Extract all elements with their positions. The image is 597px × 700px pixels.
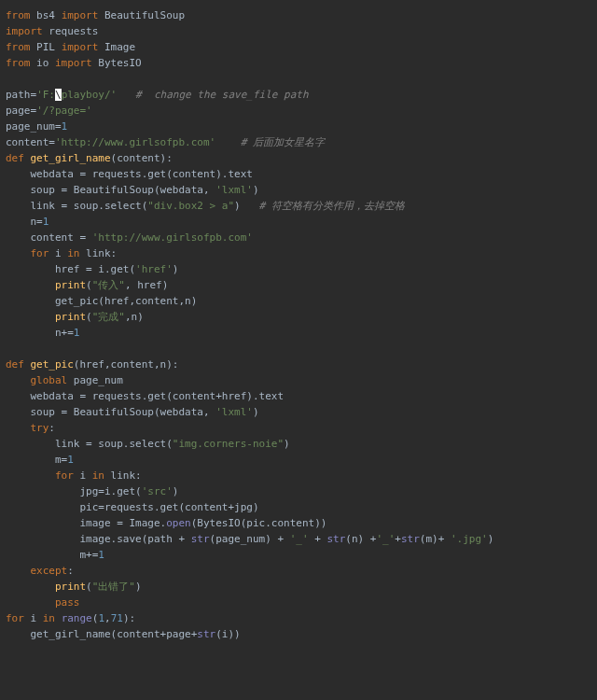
- line-34: image.save(path + str(page_num) + '_' + …: [6, 533, 493, 545]
- line-21: n+=1: [6, 327, 79, 339]
- line-32: pic=requests.get(content+jpg): [6, 501, 259, 513]
- line-10: def get_girl_name(content):: [6, 152, 173, 164]
- line-24: global page_num: [6, 374, 123, 386]
- line-7: page='/?page=': [6, 105, 92, 117]
- line-29: m=1: [6, 454, 74, 466]
- line-3: from PIL import Image: [6, 41, 135, 53]
- line-39: for i in range(1,71):: [6, 612, 135, 624]
- line-27: try:: [6, 422, 55, 434]
- line-28: link = soup.select("img.corners-noie"): [6, 438, 290, 450]
- code-editor[interactable]: from bs4 import BeautifulSoup import req…: [0, 0, 597, 650]
- line-40: get_girl_name(content+page+str(i)): [6, 628, 241, 640]
- line-17: href = i.get('href'): [6, 263, 178, 275]
- line-25: webdata = requests.get(content+href).tex…: [6, 390, 284, 402]
- line-14: n=1: [6, 216, 49, 228]
- line-37: print("出错了"): [6, 581, 142, 593]
- line-23: def get_pic(href,content,n):: [6, 358, 178, 371]
- line-31: jpg=i.get('src'): [6, 485, 178, 497]
- line-36: except:: [6, 565, 74, 577]
- line-20: print("完成",n): [6, 311, 144, 323]
- line-6: path='F:\playboy/' # change the save_fil…: [6, 89, 309, 101]
- line-8: page_num=1: [6, 120, 67, 133]
- line-30: for i in link:: [6, 469, 142, 482]
- cursor-caret: \: [55, 89, 62, 101]
- line-15: content = 'http://www.girlsofpb.com': [6, 231, 253, 244]
- line-13: link = soup.select("div.box2 > a") # 符空格…: [6, 200, 405, 212]
- line-4: from io import BytesIO: [6, 57, 142, 69]
- line-11: webdata = requests.get(content).text: [6, 168, 253, 180]
- line-19: get_pic(href,content,n): [6, 295, 197, 307]
- line-12: soup = BeautifulSoup(webdata, 'lxml'): [6, 184, 259, 196]
- line-38: pass: [6, 596, 79, 609]
- line-1: from bs4 import BeautifulSoup: [6, 9, 185, 21]
- line-33: image = Image.open(BytesIO(pic.content)): [6, 517, 326, 529]
- line-16: for i in link:: [6, 247, 117, 259]
- line-26: soup = BeautifulSoup(webdata, 'lxml'): [6, 406, 259, 418]
- line-35: m+=1: [6, 549, 104, 561]
- line-18: print("传入", href): [6, 279, 168, 291]
- line-9: content='http://www.girlsofpb.com' # 后面加…: [6, 136, 325, 148]
- line-2: import requests: [6, 25, 98, 37]
